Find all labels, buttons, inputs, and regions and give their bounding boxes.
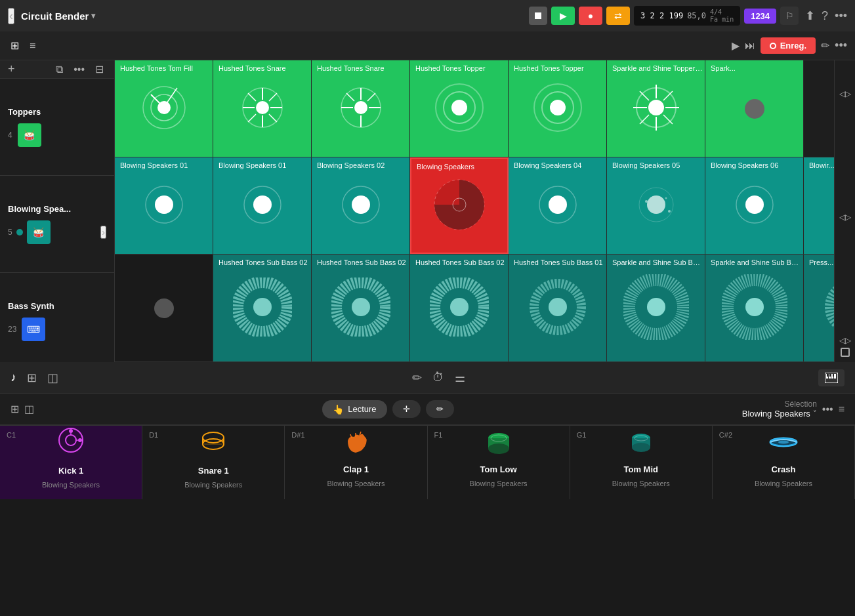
clip-blowing-02[interactable]: Blowing Speakers 02: [312, 157, 410, 254]
clip-press-partial[interactable]: Press...: [804, 255, 834, 361]
more-button[interactable]: •••: [835, 39, 847, 52]
clip-sub-bass-02c[interactable]: Hushed Tones Sub Bass 02: [410, 255, 509, 361]
clip-sub-bass-02b[interactable]: Hushed Tones Sub Bass 02: [312, 255, 410, 361]
clip-sub-bass-01[interactable]: Hushed Tones Sub Bass 01: [509, 255, 607, 361]
track-drum-icon-blowing[interactable]: 🥁: [27, 220, 51, 244]
right-scroll-1[interactable]: ◁▷: [837, 87, 854, 101]
clip-sparkle-sub-bass-1[interactable]: Sparkle and Shine Sub Bass 0: [607, 255, 705, 361]
lecture-mode-button[interactable]: 👆 Lecture: [322, 400, 386, 419]
clip-blowing-01b[interactable]: Blowing Speakers 01: [213, 157, 312, 254]
instr-pencil-button[interactable]: ✏: [412, 371, 422, 385]
clip-row-bass: Hushed Tones Sub Bass 02 Hushed Tones Su…: [115, 255, 834, 362]
record-button[interactable]: ●: [579, 7, 602, 25]
pencil-mode-button[interactable]: ✏: [426, 400, 454, 418]
metronome-button[interactable]: 1234: [744, 9, 776, 24]
tom-low-icon: [484, 428, 513, 459]
clip-hushed-snare-1[interactable]: Hushed Tones Snare: [213, 60, 312, 157]
clip-sparkle-sub-bass-2[interactable]: Sparkle and Shine Sub Bass 0: [705, 255, 804, 361]
copy-track-button[interactable]: ⧉: [53, 60, 66, 78]
track-options-button[interactable]: •••: [71, 60, 87, 78]
svg-rect-79: [829, 373, 831, 377]
play-sm-button[interactable]: ▶: [732, 39, 740, 52]
drum-pad-crash[interactable]: C#2 Crash Blowing Speakers: [713, 425, 855, 499]
lines-button[interactable]: ≡: [839, 403, 845, 415]
instr-clock-button[interactable]: ⏱: [432, 371, 444, 384]
right-scroll-3[interactable]: ◁▷: [837, 333, 854, 348]
drum-mode-bar: ⊞ ◫ 👆 Lecture ✛ ✏ Sélection Blowing Spea…: [0, 394, 855, 425]
drum-pad-clap[interactable]: D#1 Clap 1 Blowing Speakers: [285, 425, 427, 499]
grid-view-button[interactable]: ⊞: [8, 37, 22, 54]
right-controls: ◁▷ ◁▷ ◁▷: [834, 60, 855, 362]
grid-resize-handle[interactable]: [841, 348, 850, 357]
clip-blowing-05[interactable]: Blowing Speakers 05: [607, 157, 705, 254]
drum-pad-snare[interactable]: D1 Snare 1 Blowing Speakers: [142, 425, 285, 499]
clip-blowing-more[interactable]: Blowir...: [804, 157, 834, 254]
record-enreg-button[interactable]: Enreg.: [761, 37, 816, 54]
clip-blowing-04[interactable]: Blowing Speakers 04: [509, 157, 607, 254]
instrument-notes-button[interactable]: ♪: [10, 371, 16, 384]
track-sort-button[interactable]: ⊟: [93, 60, 106, 78]
svg-line-11: [248, 93, 256, 101]
instrument-pads-button[interactable]: ⊞: [27, 371, 37, 385]
clip-hushed-tom-fill[interactable]: Hushed Tones Tom Fill: [115, 60, 213, 157]
clip-hushed-topper-2[interactable]: Hushed Tones Topper: [509, 60, 607, 157]
instrument-settings-button[interactable]: ◫: [47, 371, 58, 385]
clip-spark-partial[interactable]: Spark...: [705, 60, 804, 157]
share-icon[interactable]: ⬆: [805, 9, 815, 23]
clip-blowing-01a[interactable]: Blowing Speakers 01: [115, 157, 213, 254]
svg-line-3: [151, 94, 161, 104]
flag-button[interactable]: ⚐: [780, 7, 799, 25]
svg-line-13: [248, 114, 256, 122]
svg-point-105: [778, 440, 789, 443]
track-synth-icon[interactable]: ⌨: [22, 318, 45, 341]
transport-controls: ▶ ● ⇄ 3 2 2 199 85,0 4/4Fa min 1234 ⚐: [529, 6, 799, 26]
tom-mid-icon: [627, 428, 656, 459]
clip-hushed-snare-2[interactable]: Hushed Tones Snare: [312, 60, 410, 157]
drum-pad-kick[interactable]: C1 Kick 1 Blowing Speakers: [0, 425, 142, 499]
add-track-button[interactable]: +: [8, 62, 15, 76]
clip-blowing-06[interactable]: Blowing Speakers 06: [705, 157, 804, 254]
clip-sparkle-topper[interactable]: Sparkle and Shine Topper 02: [607, 60, 705, 157]
svg-point-52: [645, 200, 648, 203]
snare-icon: [199, 426, 228, 461]
clip-blowing-playing[interactable]: Blowing Speakers: [410, 157, 509, 254]
keyboard-toggle[interactable]: [818, 369, 845, 386]
layout-grid-button[interactable]: ⊞: [10, 403, 19, 415]
clip-grid: Hushed Tones Tom Fill Hushed Tones Snare: [115, 60, 834, 362]
svg-point-70: [745, 298, 764, 316]
selection-more-button[interactable]: •••: [822, 403, 833, 415]
instr-eq-button[interactable]: ⚌: [455, 371, 465, 385]
loop-button[interactable]: ⇄: [606, 7, 630, 25]
svg-point-42: [253, 195, 272, 214]
track-row-bass: Bass Synth 23 ⌨: [0, 273, 114, 370]
stop-button[interactable]: [529, 7, 547, 25]
track-expand-button[interactable]: ›: [100, 226, 106, 239]
track-drum-icon-toppers[interactable]: 🥁: [18, 123, 41, 147]
svg-point-44: [352, 195, 370, 214]
drum-pad-tom-low[interactable]: F1 Tom Low Blowing Speakers: [428, 425, 570, 499]
pencil-button[interactable]: ✏: [821, 39, 829, 52]
help-icon[interactable]: ?: [822, 9, 828, 23]
more-icon[interactable]: •••: [835, 9, 847, 23]
clip-bass-empty[interactable]: [115, 255, 213, 361]
clip-row-blowing: Blowing Speakers 01 Blowing Speakers 01: [115, 157, 834, 255]
project-title[interactable]: Circuit Bender ▾: [21, 10, 95, 22]
svg-point-62: [352, 298, 370, 316]
move-mode-button[interactable]: ✛: [392, 400, 421, 418]
svg-point-83: [69, 429, 73, 433]
svg-point-84: [78, 438, 82, 442]
svg-rect-77: [834, 374, 836, 379]
skip-button[interactable]: ⏭: [745, 40, 755, 52]
play-button[interactable]: ▶: [551, 7, 575, 25]
clip-hushed-topper-1[interactable]: Hushed Tones Topper: [410, 60, 509, 157]
right-scroll-2[interactable]: ◁▷: [837, 210, 854, 224]
back-button[interactable]: ‹: [8, 8, 14, 24]
clip-sub-bass-02a[interactable]: Hushed Tones Sub Bass 02: [213, 255, 312, 361]
arrangement-area: + ⧉ ••• ⊟ Toppers 4 🥁 Blowing Spea...: [0, 60, 855, 362]
list-view-button[interactable]: ≡: [27, 37, 38, 54]
layout-split-button[interactable]: ◫: [24, 403, 34, 415]
drum-pad-tom-mid[interactable]: G1 Tom Mid Blowing Speakers: [570, 425, 713, 499]
svg-point-28: [550, 100, 566, 115]
svg-rect-78: [827, 373, 828, 377]
svg-rect-80: [833, 373, 834, 377]
